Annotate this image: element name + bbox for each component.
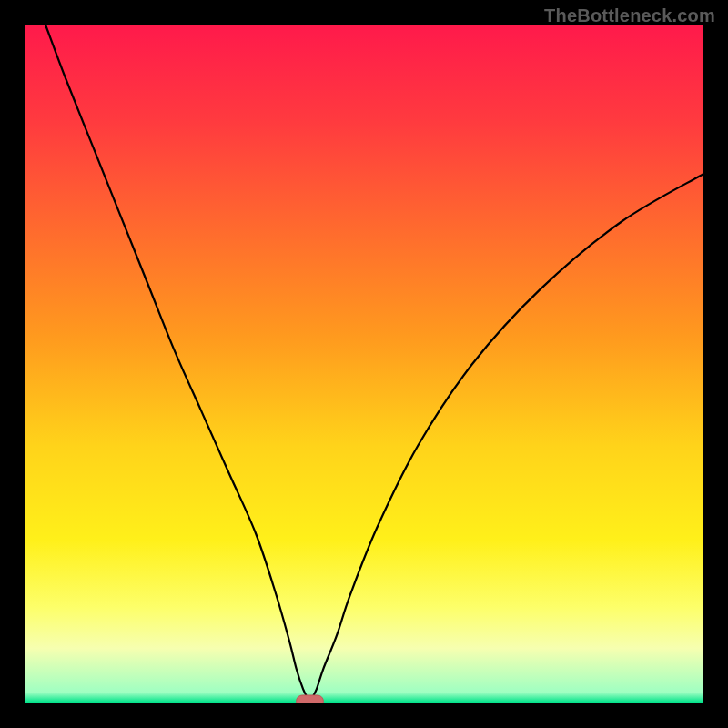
plot-area: [25, 25, 703, 703]
watermark-text: TheBottleneck.com: [544, 5, 715, 26]
gradient-background: [25, 25, 703, 703]
chart-svg: [25, 25, 703, 703]
optimum-marker: [297, 695, 324, 703]
outer-frame: TheBottleneck.com: [0, 0, 728, 728]
